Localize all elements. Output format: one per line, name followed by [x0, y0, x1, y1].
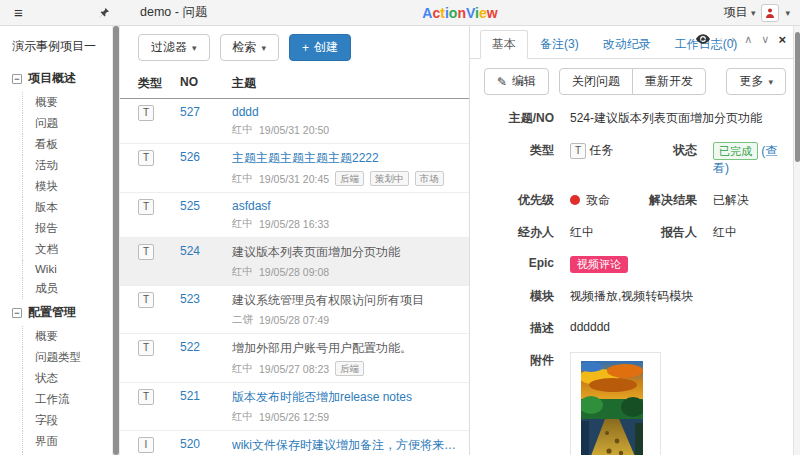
- sidebar-section-project-overview[interactable]: − 项目概述: [0, 65, 112, 92]
- issue-no-link[interactable]: 525: [180, 199, 200, 213]
- table-row-selected[interactable]: T 524 建议版本列表页面增加分页功能 红中19/05/28 09:08: [120, 238, 469, 286]
- issue-title-link[interactable]: dddd: [232, 105, 463, 119]
- next-issue-icon[interactable]: ›: [732, 34, 736, 45]
- sidebar-item-reports[interactable]: 报告: [22, 218, 112, 239]
- field-subject: 主题/NO 524-建议版本列表页面增加分页功能: [484, 110, 786, 127]
- sidebar-item-versions[interactable]: 版本: [22, 197, 112, 218]
- actionview-app: ≡ demo - 问题 ActionView 项目 ▾ ▾ 演示事例项目一: [0, 0, 800, 455]
- field-label: 模块: [484, 288, 570, 305]
- sidebar-item-wiki[interactable]: Wiki: [22, 260, 112, 278]
- issue-title-link[interactable]: 建议系统管理员有权限访问所有项目: [232, 292, 463, 309]
- sidebar-item-workflows[interactable]: 工作流: [22, 389, 112, 410]
- more-button[interactable]: 更多▾: [726, 68, 786, 95]
- sidebar-item-kanban[interactable]: 看板: [22, 134, 112, 155]
- field-module: 模块 视频播放,视频转码模块: [484, 288, 786, 305]
- collapse-icon[interactable]: −: [12, 74, 22, 84]
- collapse-up-icon[interactable]: ∧: [744, 34, 752, 45]
- collapse-icon[interactable]: −: [12, 308, 22, 318]
- pin-icon[interactable]: [98, 7, 110, 19]
- issue-title-link[interactable]: 版本发布时能否增加release notes: [232, 389, 463, 406]
- sidebar-item-issues[interactable]: 问题: [22, 113, 112, 134]
- sidebar-item-screens[interactable]: 界面: [22, 431, 112, 452]
- issue-type-badge: I: [138, 437, 154, 453]
- tab-basic[interactable]: 基本: [480, 30, 528, 59]
- sidebar-project-name[interactable]: 演示事例项目一: [0, 32, 112, 65]
- issue-no-link[interactable]: 523: [180, 292, 200, 306]
- edit-button[interactable]: ✎编辑: [484, 68, 549, 95]
- issue-type-badge: T: [138, 340, 154, 356]
- issue-title-link[interactable]: 主题主题主题主题主题2222: [232, 150, 463, 167]
- issue-meta: 红中19/05/26 12:59: [232, 410, 463, 424]
- table-row[interactable]: T 522 增加外部用户账号用户配置功能。 红中19/05/27 08:23后端: [120, 334, 469, 383]
- close-issue-button[interactable]: 关闭问题: [559, 68, 633, 95]
- header-main: demo - 问题 ActionView 项目 ▾ ▾: [120, 0, 800, 25]
- issue-meta: 红中19/05/31 20:45后端策划中市场: [232, 171, 463, 186]
- issue-no-link[interactable]: 520: [180, 437, 200, 451]
- sidebar-item-config-overview[interactable]: 概要: [22, 326, 112, 347]
- table-row[interactable]: T 523 建议系统管理员有权限访问所有项目 二饼19/05/28 07:49: [120, 286, 469, 334]
- attachment-card[interactable]: IMG_0012.JPG: [570, 352, 661, 455]
- table-row[interactable]: T 526 主题主题主题主题主题2222 红中19/05/31 20:45后端策…: [120, 144, 469, 193]
- sidebar-item-fields[interactable]: 字段: [22, 410, 112, 431]
- issue-no-link[interactable]: 526: [180, 150, 200, 164]
- project-menu-button[interactable]: 项目 ▾: [724, 4, 756, 21]
- hamburger-icon[interactable]: ≡: [14, 5, 23, 20]
- create-button[interactable]: +创建: [289, 34, 351, 61]
- search-button[interactable]: 检索▾: [220, 34, 280, 61]
- issue-no-link[interactable]: 521: [180, 389, 200, 403]
- table-row[interactable]: T 521 版本发布时能否增加release notes 红中19/05/26 …: [120, 383, 469, 431]
- issue-type-badge: T: [138, 199, 154, 215]
- sidebar-item-states[interactable]: 状态: [22, 368, 112, 389]
- field-resolution: 解决结果 已解决: [635, 192, 786, 209]
- expand-down-icon[interactable]: ∨: [761, 34, 769, 45]
- sidebar-header: ≡: [0, 5, 120, 20]
- sidebar-item-modules[interactable]: 模块: [22, 176, 112, 197]
- close-icon[interactable]: ×: [778, 33, 786, 46]
- issue-detail-panel: 基本 备注(3) 改动纪录 工作日志(0) ‹ › ∧ ∨ × ✎编辑: [470, 26, 800, 455]
- field-label: 主题/NO: [484, 110, 570, 127]
- field-label: 附件: [484, 352, 570, 369]
- tab-comments[interactable]: 备注(3): [528, 30, 591, 59]
- issue-no-link[interactable]: 522: [180, 340, 200, 354]
- table-row[interactable]: I 520 wiki文件保存时建议增加备注，方便将来版本查看 红中19/05/2…: [120, 431, 469, 455]
- reopen-button[interactable]: 重新开发: [632, 68, 706, 95]
- app-logo[interactable]: ActionView: [120, 5, 800, 21]
- tab-history[interactable]: 改动纪录: [591, 30, 663, 59]
- user-menu-caret-icon[interactable]: ▾: [785, 8, 790, 18]
- attachment-thumbnail: [581, 361, 643, 455]
- epic-badge[interactable]: 视频评论: [570, 256, 628, 273]
- issue-no-link[interactable]: 527: [180, 105, 200, 119]
- sidebar-scrollbar-thumb[interactable]: [113, 26, 119, 455]
- sidebar-scrollbar[interactable]: [112, 26, 120, 455]
- field-assignee: 经办人 红中: [484, 224, 635, 241]
- detail-scrollbar-thumb[interactable]: [795, 32, 800, 162]
- table-row[interactable]: T 527 dddd 红中19/05/31 20:50: [120, 99, 469, 144]
- status-badge: 已完成: [713, 142, 758, 160]
- sidebar-item-issue-types[interactable]: 问题类型: [22, 347, 112, 368]
- issue-type-badge: T: [138, 150, 154, 166]
- field-label: 报告人: [635, 224, 713, 241]
- issue-title-link[interactable]: asfdasf: [232, 199, 463, 213]
- issue-title-link[interactable]: 建议版本列表页面增加分页功能: [232, 244, 463, 261]
- pencil-icon: ✎: [497, 75, 507, 89]
- sidebar-item-overview[interactable]: 概要: [22, 92, 112, 113]
- watch-eye-icon[interactable]: [696, 33, 710, 46]
- issue-type-badge: T: [138, 389, 154, 405]
- sidebar-item-documents[interactable]: 文档: [22, 239, 112, 260]
- filter-button[interactable]: 过滤器▾: [138, 34, 210, 61]
- issue-rows: T 527 dddd 红中19/05/31 20:50 T 526 主题主题主题…: [120, 99, 469, 455]
- sidebar-item-members[interactable]: 成员: [22, 278, 112, 299]
- sidebar-section-config[interactable]: − 配置管理: [0, 299, 112, 326]
- prev-issue-icon[interactable]: ‹: [719, 34, 723, 45]
- issue-type-badge: T: [570, 143, 586, 159]
- issue-title-link[interactable]: 增加外部用户账号用户配置功能。: [232, 340, 463, 357]
- sidebar-section-label: 配置管理: [28, 304, 76, 321]
- table-row[interactable]: T 525 asfdasf 红中19/05/28 16:33: [120, 193, 469, 238]
- issue-title-link[interactable]: wiki文件保存时建议增加备注，方便将来版本查看: [232, 437, 463, 454]
- issue-no-link[interactable]: 524: [180, 244, 200, 258]
- avatar[interactable]: [761, 4, 779, 22]
- logo-letter: w: [487, 5, 498, 21]
- sidebar-item-activity[interactable]: 活动: [22, 155, 112, 176]
- field-type: 类型 T 任务: [484, 142, 635, 159]
- detail-scrollbar[interactable]: [793, 26, 800, 455]
